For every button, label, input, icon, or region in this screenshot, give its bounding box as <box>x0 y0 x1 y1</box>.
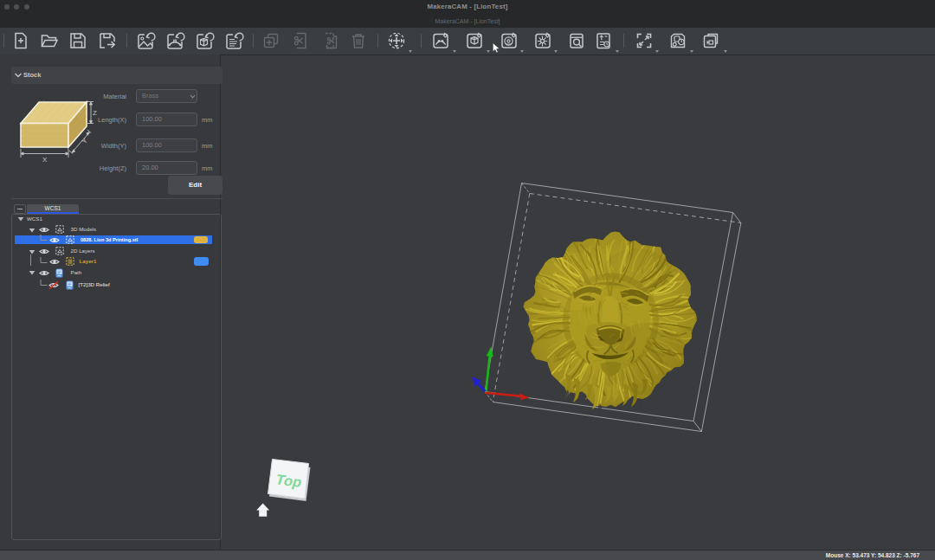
svg-text:Top: Top <box>275 471 303 489</box>
